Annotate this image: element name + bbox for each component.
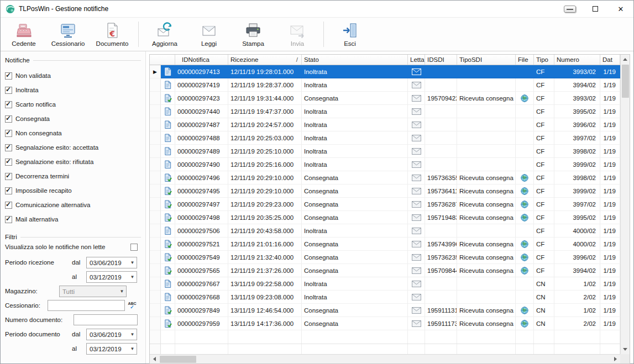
table-row[interactable]: ▶ 000000297487 12/11/19 20:24:57.000 Ino… [150, 118, 620, 131]
cell-tiposdi [457, 131, 516, 145]
cell-ricezione: 12/11/19 20:29:10.000 [228, 171, 302, 184]
header-file[interactable]: File [516, 55, 534, 65]
cell-numero: 3995/02 [554, 105, 600, 118]
scroll-right-button[interactable] [611, 355, 620, 364]
cell-dat: 1/19 [600, 304, 620, 317]
header-idsdi[interactable]: IDSDI [425, 55, 457, 65]
table-row[interactable]: ▶ 000000297667 13/11/19 09:22:58.000 Ino… [150, 277, 620, 291]
abc-lookup-button[interactable]: ABC ✓ [127, 300, 138, 311]
numero-documento-input[interactable] [74, 314, 138, 325]
cell-idnotifica: 000000297549 [175, 251, 228, 264]
periodo-documento-al-combo[interactable]: 03/12/2019▼ [86, 343, 137, 355]
table-row[interactable]: ▶ 000000297419 12/11/19 19:28:37.000 Ino… [150, 78, 620, 92]
table-row[interactable]: ▶ 000000297521 12/11/19 21:01:16.000 Con… [150, 238, 620, 251]
checkbox[interactable] [5, 72, 12, 80]
cell-numero: 1/02 [554, 277, 600, 291]
cell-tiposdi: Ricevuta consegna [457, 198, 516, 211]
checkbox[interactable] [5, 159, 12, 166]
header-tiposdi[interactable]: TipoSDI [457, 55, 516, 65]
table-row[interactable]: ▶ 000000297495 12/11/19 20:29:10.000 Con… [150, 184, 620, 198]
exit-icon [341, 22, 359, 39]
table-row[interactable]: ▶ 000000297549 12/11/19 21:32:40.000 Con… [150, 251, 620, 264]
svg-text:€: € [109, 29, 115, 38]
vertical-scrollbar[interactable] [620, 55, 630, 354]
table-row[interactable]: ▶ 000000297496 12/11/19 20:29:10.000 Con… [150, 171, 620, 184]
checkbox[interactable] [5, 216, 12, 223]
globe-icon [521, 240, 528, 248]
table-row[interactable]: ▶ 000000297959 13/11/19 14:17:36.000 Con… [150, 317, 620, 330]
notification-document-icon [164, 279, 172, 288]
checkbox[interactable] [5, 173, 12, 180]
table-row[interactable]: ▶ 000000297506 12/11/19 20:43:58.000 Ino… [150, 224, 620, 238]
table-row[interactable]: ▶ 000000297413 12/11/19 19:28:01.000 Ino… [150, 65, 620, 78]
globe-icon [521, 187, 528, 195]
minimize-button[interactable] [557, 1, 583, 17]
table-row[interactable]: ▶ 000000297849 13/11/19 12:46:54.000 Con… [150, 304, 620, 317]
notification-type-cell [161, 304, 175, 317]
header-tipo[interactable]: Tipo [534, 55, 554, 65]
table-row[interactable]: ▶ 000000297565 12/11/19 21:37:26.000 Con… [150, 264, 620, 277]
window-controls: ✕ [557, 1, 633, 17]
periodo-ricezione-dal-combo[interactable]: 03/06/2019▼ [86, 257, 137, 268]
scroll-down-button[interactable] [621, 345, 630, 354]
header-stato[interactable]: Stato [302, 55, 408, 65]
checkbox[interactable] [5, 202, 12, 209]
header-numero[interactable]: Numero [554, 55, 600, 65]
notification-document-icon [164, 293, 172, 302]
cessionario-input[interactable] [48, 300, 125, 311]
vertical-scroll-thumb[interactable] [622, 65, 629, 98]
header-dat[interactable]: Dat [600, 55, 620, 65]
cell-tiposdi [457, 78, 516, 92]
stampa-button[interactable]: Stampa [231, 19, 275, 50]
cedente-button[interactable]: Cedente [2, 19, 46, 50]
notification-document-icon [164, 134, 172, 143]
checkbox[interactable] [5, 87, 12, 94]
cell-file [516, 198, 534, 211]
cell-file [516, 211, 534, 224]
checkbox[interactable] [5, 187, 12, 194]
table-row[interactable]: ▶ 000000297423 12/11/19 19:31:44.000 Con… [150, 92, 620, 105]
table-row[interactable]: ▶ 000000297440 12/11/19 19:47:37.000 Ino… [150, 105, 620, 118]
horizontal-scroll-thumb[interactable] [160, 356, 196, 363]
envelope-icon [412, 267, 421, 274]
table-row[interactable]: ▶ 000000297497 12/11/19 20:29:23.000 Con… [150, 198, 620, 211]
cell-letta [408, 92, 425, 105]
cell-tiposdi [457, 158, 516, 171]
leggi-button[interactable]: Leggi [187, 19, 231, 50]
table-row[interactable]: ▶ 000000297498 12/11/19 20:35:25.000 Con… [150, 211, 620, 224]
cell-tipo: CF [534, 78, 554, 92]
table-row[interactable]: ▶ 000000297489 12/11/19 20:25:10.000 Ino… [150, 145, 620, 158]
checkbox[interactable] [5, 130, 12, 137]
scroll-left-button[interactable] [150, 355, 159, 364]
notification-type-cell [161, 118, 175, 131]
unread-only-checkbox[interactable] [130, 244, 138, 251]
cell-idsdi: 195736287 [425, 198, 457, 211]
horizontal-scrollbar[interactable] [150, 354, 620, 363]
periodo-ricezione-al-combo[interactable]: 03/12/2019▼ [86, 271, 137, 283]
cell-tipo: CF [534, 184, 554, 198]
header-ricezione[interactable]: Ricezione/ [228, 55, 302, 65]
table-row[interactable]: ▶ 000000297490 12/11/19 20:25:16.000 Ino… [150, 158, 620, 171]
checkbox[interactable] [5, 144, 12, 151]
checkbox[interactable] [5, 115, 12, 123]
scroll-up-button[interactable] [621, 55, 630, 64]
cell-numero: 2/02 [554, 291, 600, 304]
esci-button[interactable]: Esci [328, 19, 372, 50]
cessionario-button[interactable]: Cessionario [46, 19, 90, 50]
cell-tipo: CN [534, 291, 554, 304]
maximize-button[interactable] [583, 1, 608, 17]
documento-button[interactable]: € Documento [90, 19, 134, 50]
cell-idnotifica: 000000297498 [175, 211, 228, 224]
table-row[interactable]: ▶ 000000297668 13/11/19 09:23:08.000 Ino… [150, 291, 620, 304]
cell-tipo: CF [534, 198, 554, 211]
filter-scarto-notifica: Scarto notifica [5, 100, 56, 109]
cell-numero: 3996/02 [554, 118, 600, 131]
cell-tipo: CF [534, 65, 554, 78]
checkbox[interactable] [5, 101, 12, 108]
aggiorna-button[interactable]: Aggiorna [143, 19, 187, 50]
header-idnotifica[interactable]: IDNotifica [175, 55, 228, 65]
periodo-documento-dal-combo[interactable]: 03/06/2019▼ [86, 329, 137, 340]
table-row[interactable]: ▶ 000000297488 12/11/19 20:25:03.000 Ino… [150, 131, 620, 145]
close-button[interactable]: ✕ [608, 1, 633, 17]
header-letta[interactable]: Letta [408, 55, 425, 65]
